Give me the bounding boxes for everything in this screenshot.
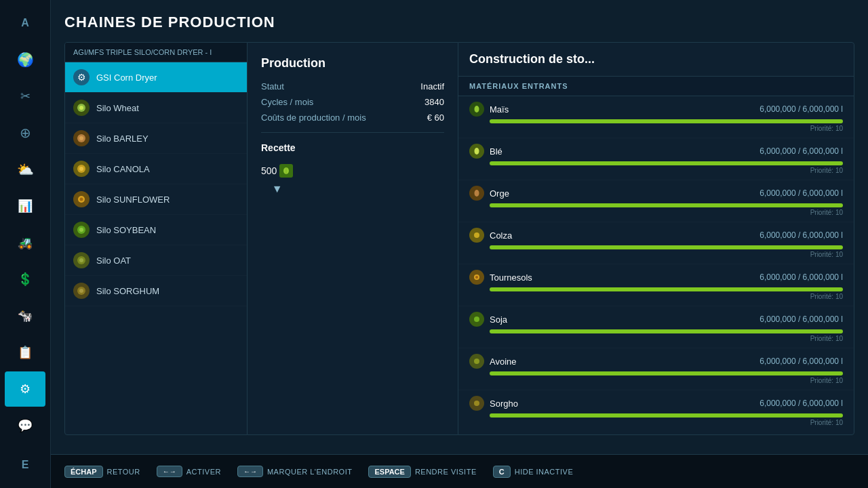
- mais-bar: [490, 119, 843, 123]
- colza-bar: [490, 245, 843, 249]
- main-content: CHAINES DE PRODUCTION AGI/MFS TRIPLE SIL…: [51, 0, 868, 454]
- ble-in-row: Blé 6,000,000 / 6,000,000 l: [469, 144, 843, 159]
- list-header: AGI/MFS TRIPLE SILO/CORN DRYER - I: [65, 43, 247, 62]
- svg-point-19: [474, 232, 479, 238]
- sorghum-label: Silo SORGHUM: [96, 286, 159, 296]
- corn-recipe-icon: [279, 164, 293, 178]
- list-item-sunflower[interactable]: Silo SUNFLOWER: [65, 184, 247, 215]
- cycles-value: 3840: [425, 97, 444, 107]
- sidebar-item-chart[interactable]: 📊: [5, 188, 45, 224]
- list-panel: AGI/MFS TRIPLE SILO/CORN DRYER - I ⚙ GSI…: [64, 42, 248, 435]
- statut-row: Statut Inactif: [261, 81, 444, 92]
- list-item-barley[interactable]: Silo BARLEY: [65, 123, 247, 154]
- soja-name: Soja: [490, 314, 754, 325]
- sidebar-item-globe[interactable]: 🌍: [5, 42, 45, 77]
- orge-progress: [490, 203, 843, 207]
- svg-point-18: [475, 190, 479, 197]
- list-item-soybean[interactable]: Silo SOYBEAN: [65, 215, 247, 245]
- avoine-amount: 6,000,000 / 6,000,000 l: [760, 357, 843, 366]
- sidebar-item-help[interactable]: 💬: [5, 408, 45, 443]
- list-item-sorghum[interactable]: Silo SORGHUM: [65, 276, 247, 306]
- canola-label: Silo CANOLA: [96, 164, 150, 174]
- oat-label: Silo OAT: [96, 256, 131, 266]
- storage-item-mais: Maïs 6,000,000 / 6,000,000 l Priorité: 1…: [458, 96, 854, 138]
- marquer-badge: ←→: [237, 466, 263, 477]
- tournesols-priority: Priorité: 10: [469, 293, 843, 300]
- colza-row: Colza 6,000,000 / 6,000,000 l: [469, 228, 843, 243]
- hide-label: HIDE INACTIVE: [515, 468, 574, 476]
- recipe-amount: 500: [261, 164, 293, 178]
- hotkey-hide: C HIDE INACTIVE: [493, 466, 574, 478]
- cycles-label: Cycles / mois: [261, 97, 313, 107]
- list-item-gsi[interactable]: ⚙ GSI Corn Dryer: [65, 62, 247, 93]
- sorgho-name: Sorgho: [490, 399, 754, 409]
- wheat-icon: [73, 100, 90, 116]
- list-item-canola[interactable]: Silo CANOLA: [65, 154, 247, 184]
- soja-icon: [469, 312, 484, 327]
- couts-value: € 60: [427, 113, 444, 123]
- canola-icon: [73, 161, 90, 177]
- recipe-items: 500 ▼: [261, 164, 444, 195]
- chart-icon: 📊: [18, 199, 33, 214]
- soybean-icon: [73, 222, 90, 238]
- avoine-icon: [469, 354, 484, 369]
- ble-in-name: Blé: [490, 146, 754, 157]
- sidebar-item-factory[interactable]: ⚙: [5, 371, 45, 407]
- storage-content[interactable]: MATÉRIAUX ENTRANTS Maïs 6,000,000 / 6,00…: [458, 77, 854, 432]
- sidebar-item-animals[interactable]: 🐄: [5, 298, 45, 333]
- statut-label: Statut: [261, 81, 284, 92]
- sidebar-item-e[interactable]: E: [5, 447, 45, 483]
- sidebar-item-tools[interactable]: ✂: [5, 79, 45, 114]
- storage-item-sorgho: Sorgho 6,000,000 / 6,000,000 l Priorité:…: [458, 390, 854, 432]
- storage-item-soja: Soja 6,000,000 / 6,000,000 l Priorité: 1…: [458, 306, 854, 348]
- sidebar-item-tractor[interactable]: 🚜: [5, 225, 45, 260]
- storage-item-tournesols: Tournesols 6,000,000 / 6,000,000 l Prior…: [458, 264, 854, 306]
- cycles-row: Cycles / mois 3840: [261, 97, 444, 107]
- storage-item-avoine: Avoine 6,000,000 / 6,000,000 l Priorité:…: [458, 348, 854, 390]
- storage-title: Construction de sto...: [469, 52, 595, 66]
- storage-header: Construction de sto...: [458, 43, 854, 77]
- tools-icon: ✂: [20, 89, 31, 104]
- sidebar-item-economy[interactable]: 💲: [5, 262, 45, 297]
- orge-name: Orge: [490, 188, 754, 199]
- tractor-icon: 🚜: [18, 235, 33, 250]
- avoine-row: Avoine 6,000,000 / 6,000,000 l: [469, 354, 843, 369]
- soja-row: Soja 6,000,000 / 6,000,000 l: [469, 312, 843, 327]
- svg-point-9: [79, 228, 83, 232]
- storage-item-ble-in: Blé 6,000,000 / 6,000,000 l Priorité: 10: [458, 138, 854, 180]
- gsi-icon: ⚙: [73, 69, 90, 85]
- mais-row: Maïs 6,000,000 / 6,000,000 l: [469, 102, 843, 117]
- list-item-wheat[interactable]: Silo Wheat: [65, 93, 247, 123]
- sidebar-item-wheel[interactable]: ⊕: [5, 115, 45, 150]
- sidebar-item-a[interactable]: A: [5, 5, 45, 41]
- soja-bar: [490, 329, 843, 333]
- svg-point-1: [79, 106, 83, 110]
- recipe-item-corn: 500 ▼: [261, 164, 293, 195]
- hotkey-activer: ←→ ACTIVER: [157, 466, 221, 477]
- sidebar-item-weather[interactable]: ⛅: [5, 152, 45, 187]
- sunflower-icon: [73, 191, 90, 207]
- page-title: CHAINES DE PRODUCTION: [64, 14, 854, 31]
- globe-icon: 🌍: [17, 52, 34, 68]
- colza-amount: 6,000,000 / 6,000,000 l: [760, 230, 843, 240]
- tournesols-icon: [469, 270, 484, 285]
- orge-priority: Priorité: 10: [469, 209, 843, 216]
- content-layout: AGI/MFS TRIPLE SILO/CORN DRYER - I ⚙ GSI…: [64, 42, 854, 435]
- avoine-priority: Priorité: 10: [469, 377, 843, 384]
- tournesols-amount: 6,000,000 / 6,000,000 l: [760, 272, 843, 282]
- barley-icon: [73, 130, 90, 146]
- svg-point-21: [475, 276, 478, 279]
- sorgho-icon: [469, 396, 484, 411]
- orge-row: Orge 6,000,000 / 6,000,000 l: [469, 186, 843, 201]
- colza-progress: [490, 245, 843, 249]
- production-title: Production: [261, 56, 444, 70]
- dollar-icon: 💲: [18, 272, 33, 287]
- hotkey-marquer: ←→ MARQUER L'ENDROIT: [237, 466, 353, 477]
- list-item-oat[interactable]: Silo OAT: [65, 245, 247, 276]
- sidebar: A 🌍 ✂ ⊕ ⛅ 📊 🚜 💲 🐄 📋 ⚙ 💬 E: [0, 0, 51, 488]
- hotkey-espace: ESPACE RENDRE VISITE: [368, 466, 476, 478]
- sidebar-item-contracts[interactable]: 📋: [5, 335, 45, 370]
- orge-amount: 6,000,000 / 6,000,000 l: [760, 188, 843, 198]
- activer-badge: ←→: [157, 466, 182, 477]
- section-entrants-label: MATÉRIAUX ENTRANTS: [469, 82, 568, 90]
